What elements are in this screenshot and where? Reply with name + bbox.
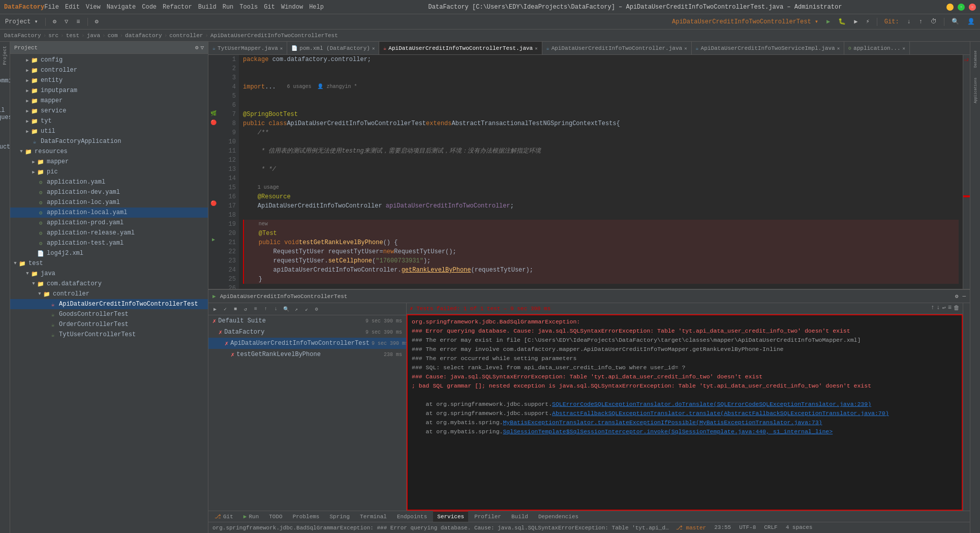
run-settings-icon[interactable]: ⚙ — [955, 293, 959, 300]
tab-pomxml[interactable]: 📄 pom.xml (DataFactory) ✕ — [287, 42, 379, 55]
run-config[interactable]: ApiDataUserCreditInfoTwoControllerTest ▾ — [669, 17, 821, 26]
bottom-tab-terminal[interactable]: Terminal — [356, 511, 391, 522]
bottom-tab-git[interactable]: ⎇ Git — [210, 511, 237, 522]
menu-file[interactable]: File — [44, 4, 59, 11]
menu-window[interactable]: Window — [281, 4, 303, 11]
scroll-up-icon[interactable]: ↑ — [931, 304, 934, 313]
tree-item-log4j2[interactable]: ▶ 📄 log4j2.xml — [10, 248, 208, 258]
tree-item-app-release-yaml[interactable]: ▶ ⚙ application-release.yaml — [10, 228, 208, 238]
run-close-icon[interactable]: — — [962, 293, 966, 300]
tree-item-tyt[interactable]: ▶ 📁 tyt — [10, 116, 208, 126]
run-tree-test-method[interactable]: ✗ testGetRankLevelByPhone 238 ms — [208, 349, 406, 360]
tab-api-service[interactable]: ☕ ApiDataUserCreditInfoTwoServiceImpl.ja… — [692, 42, 845, 55]
breadcrumb-part-7[interactable]: ApiDataUserCreditInfoTwoControllerTest — [210, 33, 338, 39]
tree-item-app-yaml[interactable]: ▶ ⚙ application.yaml — [10, 177, 208, 187]
profiler-button[interactable]: ⚡ — [863, 17, 873, 26]
tree-item-app-loc-yaml[interactable]: ▶ ⚙ application-loc.yaml — [10, 197, 208, 208]
git-push[interactable]: ↑ — [916, 17, 926, 26]
tab-api-controller[interactable]: ☕ ApiDataUserCreditInfoTwoController.jav… — [542, 42, 692, 55]
editor-scrollbar[interactable]: ⚠2 — [963, 55, 970, 289]
menu-git[interactable]: Git — [264, 4, 275, 11]
tree-item-pic[interactable]: ▶ 📁 pic — [10, 167, 208, 177]
tree-item-goods-test[interactable]: ▶ ☕ GoodsControllerTest — [10, 309, 208, 319]
tree-item-inputparam[interactable]: ▶ 📁 inputparam — [10, 85, 208, 96]
tree-item-mapper-res[interactable]: ▶ 📁 mapper — [10, 157, 208, 167]
breadcrumb-part-2[interactable]: test — [66, 33, 79, 39]
menu-edit[interactable]: Edit — [65, 4, 80, 11]
bottom-tab-problems[interactable]: Problems — [289, 511, 324, 522]
tree-item-java[interactable]: ▼ 📁 java — [10, 269, 208, 279]
run-filter-btn[interactable]: ≡ — [251, 305, 260, 314]
bottom-tab-dependencies[interactable]: Dependencies — [534, 511, 583, 522]
run-search-btn[interactable]: 🔍 — [282, 305, 291, 314]
run-import-btn[interactable]: ↙ — [302, 305, 311, 314]
tree-item-app-test-yaml[interactable]: ▶ ⚙ application-test.yaml — [10, 238, 208, 248]
run-rerun-btn[interactable]: ↺ — [241, 305, 250, 314]
tab-tytusermapper[interactable]: ☕ TytUserMapper.java ✕ — [208, 42, 287, 55]
tree-item-entity[interactable]: ▶ 📁 entity — [10, 75, 208, 85]
search-everywhere[interactable]: 🔍 — [948, 17, 962, 26]
code-content[interactable]: package com.datafactory.controller; impo… — [239, 55, 963, 289]
tree-item-app-prod-yaml[interactable]: ▶ ⚙ application-prod.yaml — [10, 218, 208, 228]
run-button[interactable]: ▶ — [823, 17, 833, 26]
tab-close-icon[interactable]: ✕ — [280, 46, 283, 51]
breadcrumb-part-5[interactable]: datafactory — [125, 33, 162, 39]
tree-item-test[interactable]: ▼ 📁 test — [10, 258, 208, 269]
menu-build[interactable]: Build — [198, 4, 217, 11]
tree-item-app-dev-yaml[interactable]: ▶ ⚙ application-dev.yaml — [10, 187, 208, 197]
wrap-icon[interactable]: ↩ — [942, 304, 946, 313]
tab-close-icon[interactable]: ✕ — [684, 46, 687, 51]
tree-item-resources[interactable]: ▼ 📁 resources — [10, 146, 208, 157]
bottom-tab-build[interactable]: Build — [507, 511, 532, 522]
tree-item-config[interactable]: ▶ 📁 config — [10, 55, 208, 65]
run-output[interactable]: org.springframework.jdbc.BadSqlGrammarEx… — [407, 314, 963, 511]
run-tree-api-test[interactable]: ✗ ApiDataUserCreditInfoTwoControllerTest… — [208, 338, 406, 349]
sidebar-database[interactable]: Database — [971, 44, 979, 74]
run-down-btn[interactable]: ↓ — [271, 305, 281, 314]
tree-item-controller-test[interactable]: ▼ 📁 controller — [10, 289, 208, 299]
menu-run[interactable]: Run — [223, 4, 234, 11]
bottom-tab-endpoints[interactable]: Endpoints — [393, 511, 431, 522]
project-icon[interactable]: Project — [3, 46, 8, 65]
panel-gear-icon[interactable]: ⚙ — [195, 44, 199, 51]
breadcrumb-part-4[interactable]: com — [108, 33, 118, 39]
tab-close-icon[interactable]: ✕ — [903, 46, 905, 51]
status-line-ending[interactable]: CRLF — [764, 524, 777, 531]
bottom-tab-todo[interactable]: TODO — [265, 511, 286, 522]
status-branch[interactable]: ⎇ master — [676, 524, 706, 531]
tab-application[interactable]: ⚙ application... ✕ — [844, 42, 910, 55]
toolbar-settings[interactable]: ⚙ — [92, 17, 102, 26]
run-up-btn[interactable]: ↑ — [261, 305, 270, 314]
menu-navigate[interactable]: Navigate — [107, 4, 136, 11]
bottom-tab-spring[interactable]: Spring — [325, 511, 354, 522]
tree-item-controller[interactable]: ▶ 📁 controller — [10, 65, 208, 75]
tree-item-api-test[interactable]: ▶ ☕ ApiDataUserCreditInfoTwoControllerTe… — [10, 299, 208, 309]
close-button[interactable]: ✕ — [969, 4, 976, 11]
trash-icon[interactable]: 🗑 — [954, 304, 960, 313]
tab-close-icon[interactable]: ✕ — [535, 46, 537, 51]
menu-tools[interactable]: Tools — [239, 4, 258, 11]
tree-item-util[interactable]: ▶ 📁 util — [10, 126, 208, 136]
breadcrumb-part-3[interactable]: java — [87, 33, 100, 39]
run-play-btn[interactable]: ▶ — [210, 305, 220, 314]
tree-item-datafactoryapp[interactable]: ▶ ☕ DataFactoryApplication — [10, 136, 208, 146]
bottom-tab-profiler[interactable]: Profiler — [470, 511, 505, 522]
tab-close-icon[interactable]: ✕ — [372, 46, 375, 51]
tree-item-com-datafactory[interactable]: ▼ 📁 com.datafactory — [10, 279, 208, 289]
tree-item-mapper[interactable]: ▶ 📁 mapper — [10, 96, 208, 106]
tree-item-tyt-test[interactable]: ▶ ☕ TytUserControllerTest — [10, 330, 208, 340]
menu-refactor[interactable]: Refactor — [163, 4, 192, 11]
minimize-button[interactable]: － — [946, 4, 954, 11]
menu-view[interactable]: View — [86, 4, 101, 11]
tree-item-service[interactable]: ▶ 📁 service — [10, 106, 208, 116]
run-scrollbar[interactable] — [963, 303, 970, 511]
toolbar-btn-1[interactable]: ⚙ — [50, 17, 59, 26]
coverage-button[interactable]: ▶ — [851, 17, 861, 26]
run-export-btn[interactable]: ↗ — [292, 305, 301, 314]
bottom-tab-run[interactable]: ▶ Run — [239, 511, 263, 522]
panel-collapse-icon[interactable]: ▽ — [200, 44, 204, 51]
tab-close-icon[interactable]: ✕ — [837, 46, 840, 51]
toolbar-btn-3[interactable]: ≡ — [73, 17, 83, 26]
status-encoding[interactable]: UTF-8 — [739, 524, 756, 531]
breadcrumb-part-6[interactable]: controller — [169, 33, 203, 39]
